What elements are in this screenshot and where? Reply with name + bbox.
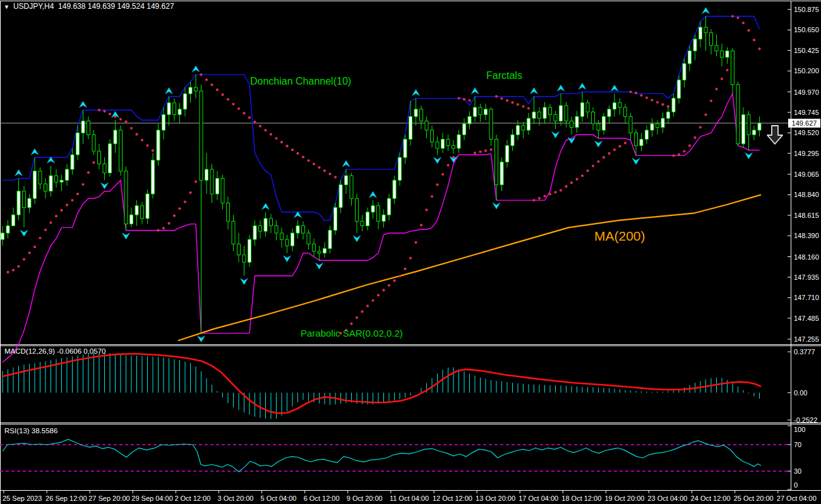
- candle-body: [302, 225, 305, 233]
- sar-dot: [382, 289, 385, 291]
- candle-body: [195, 87, 198, 91]
- sar-dot: [629, 90, 632, 93]
- macd-tick-label: 0.00: [794, 389, 807, 397]
- sar-dot: [726, 69, 728, 71]
- fractal-up-icon: [192, 66, 200, 72]
- candle-body: [39, 171, 42, 184]
- candle-body: [560, 105, 563, 121]
- price-tick-label: 149.065: [794, 171, 819, 178]
- candle-body: [414, 109, 417, 117]
- sar-dot: [334, 176, 337, 178]
- sar-dot: [506, 99, 508, 102]
- sar-dot: [291, 148, 294, 151]
- sar-dot: [747, 29, 750, 32]
- fractal-up-icon: [530, 88, 538, 94]
- sar-dot: [366, 304, 369, 307]
- sar-dot: [49, 221, 52, 224]
- fractal-down-icon: [353, 236, 361, 242]
- sar-dot: [699, 126, 702, 129]
- sar-dot: [425, 208, 428, 211]
- price-tick-label: 148.160: [794, 253, 819, 261]
- candle-body: [216, 178, 219, 194]
- sar-dot: [17, 265, 20, 268]
- candle-body: [135, 206, 138, 215]
- candle-body: [189, 87, 192, 93]
- sar-dot: [565, 185, 567, 188]
- candle-body: [608, 109, 611, 117]
- sar-dot: [253, 121, 256, 123]
- sar-dot: [404, 268, 406, 270]
- fractal-up-icon: [702, 8, 710, 14]
- time-label: 3 Oct 20:00: [218, 495, 254, 502]
- candle-body: [221, 178, 224, 203]
- sar-dot: [178, 207, 181, 210]
- sar-dot: [431, 195, 433, 198]
- candle-body: [678, 80, 681, 99]
- candle-body: [452, 146, 455, 148]
- candle-body: [618, 103, 621, 107]
- sar-dot: [474, 152, 476, 154]
- sar-dot: [532, 199, 535, 201]
- candle-body: [527, 118, 530, 130]
- candle-body: [549, 107, 552, 115]
- sar-dot: [66, 203, 68, 206]
- candle-body: [200, 91, 203, 180]
- candle-body: [656, 124, 659, 128]
- sar-dot: [463, 98, 465, 100]
- price-tick-label: 148.840: [794, 191, 819, 198]
- sar-dot: [296, 152, 299, 155]
- sar-dot: [141, 139, 143, 141]
- sar-dot: [592, 165, 594, 167]
- sar-dot: [71, 199, 73, 201]
- sar-dot: [500, 97, 503, 100]
- mt4-chart-window: ▼USDJPY,H4 149.638 149.639 149.524 149.6…: [0, 0, 821, 504]
- sar-dot: [76, 193, 79, 195]
- candle-body: [371, 206, 375, 212]
- price-tick-label: 150.650: [794, 26, 819, 33]
- candle-body: [463, 124, 466, 135]
- sar-dot: [33, 246, 36, 248]
- candle-body: [92, 135, 95, 151]
- fractal-down-icon: [595, 141, 602, 147]
- time-label: 17 Oct 04:00: [518, 495, 558, 502]
- down-arrow-object[interactable]: [767, 126, 782, 144]
- ma200-label: MA(200): [594, 229, 645, 244]
- candle-body: [210, 169, 213, 194]
- candle-body: [152, 160, 155, 194]
- candle-body: [307, 233, 310, 244]
- price-tick-label: 149.520: [794, 129, 819, 136]
- candle-body: [446, 139, 450, 145]
- fractal-up-icon: [557, 85, 565, 91]
- sar-dot: [597, 160, 599, 163]
- current-price-badge: 149.627: [788, 119, 820, 128]
- sar-dot: [323, 169, 326, 172]
- candle-body: [270, 219, 273, 226]
- time-label: 5 Oct 04:00: [261, 495, 297, 502]
- price-tick-label: 147.935: [794, 273, 819, 281]
- fractal-up-icon: [471, 88, 479, 94]
- sar-dot: [307, 159, 309, 162]
- sar-dot: [205, 78, 208, 81]
- sar-dot: [736, 16, 739, 19]
- candle-body: [81, 121, 85, 133]
- sar-dot: [39, 237, 41, 239]
- fractal-down-icon: [198, 336, 205, 342]
- candle-body: [243, 255, 246, 263]
- candle-body: [275, 225, 278, 233]
- sar-dot: [742, 21, 745, 24]
- candle-body: [479, 107, 482, 115]
- sar-dot: [645, 97, 648, 99]
- symbol-dropdown-icon[interactable]: ▼: [4, 4, 9, 10]
- candle-body: [114, 130, 117, 144]
- sar-dot: [232, 103, 234, 105]
- candle-body: [318, 251, 321, 253]
- sar-dot: [103, 110, 105, 112]
- rsi-tick-label: 30: [794, 467, 801, 475]
- sar-dot: [602, 156, 605, 159]
- candle-body: [60, 180, 63, 182]
- sar-dot: [688, 145, 691, 147]
- sar-dot: [731, 15, 734, 18]
- chart-plot[interactable]: [0, 0, 821, 504]
- sar-dot: [248, 116, 251, 119]
- candle-body: [205, 169, 208, 180]
